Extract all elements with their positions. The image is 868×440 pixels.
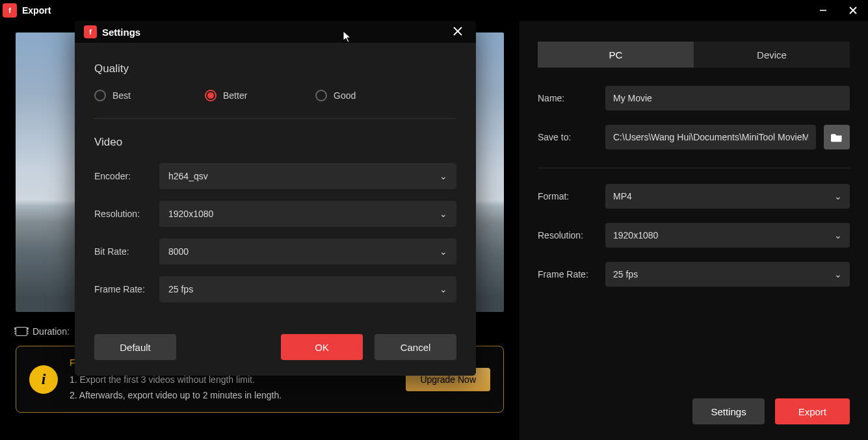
modal-close-button[interactable]	[449, 25, 467, 40]
radio-icon	[205, 90, 217, 101]
modal-resolution-select[interactable]: 1920x1080 ⌄	[159, 201, 456, 227]
name-input[interactable]	[605, 86, 850, 110]
chevron-down-icon: ⌄	[834, 191, 842, 201]
minimize-button[interactable]	[808, 0, 838, 21]
saveto-input[interactable]	[605, 125, 816, 149]
chevron-down-icon: ⌄	[440, 209, 447, 219]
format-value: MP4	[613, 191, 632, 201]
format-select[interactable]: MP4 ⌄	[605, 184, 850, 209]
label-encoder: Encoder:	[94, 171, 159, 181]
chevron-down-icon: ⌄	[440, 171, 447, 181]
modal-framerate-value: 25 fps	[168, 284, 193, 294]
export-tabs: PC Device	[538, 42, 850, 68]
label-resolution: Resolution:	[538, 230, 598, 240]
quality-good[interactable]: Good	[315, 90, 426, 101]
section-quality: Quality	[94, 62, 456, 75]
folder-icon	[831, 133, 843, 142]
chevron-down-icon: ⌄	[834, 230, 842, 240]
radio-icon	[315, 90, 327, 101]
settings-button[interactable]: Settings	[692, 398, 764, 424]
label-saveto: Save to:	[538, 132, 598, 142]
app-icon: f	[84, 25, 97, 38]
chevron-down-icon: ⌄	[440, 284, 447, 294]
info-icon: i	[29, 365, 58, 394]
label-resolution-m: Resolution:	[94, 209, 159, 219]
banner-line2: 2. Afterwards, export video up to 2 minu…	[70, 388, 394, 404]
resolution-value: 1920x1080	[613, 230, 658, 240]
export-button[interactable]: Export	[775, 398, 850, 424]
ok-button[interactable]: OK	[281, 334, 363, 360]
default-button[interactable]: Default	[94, 334, 176, 360]
modal-framerate-select[interactable]: 25 fps ⌄	[159, 276, 456, 302]
settings-modal: f Settings Quality Best Better Good Vide…	[75, 21, 476, 376]
modal-title: Settings	[102, 27, 140, 38]
title-bar: f Export	[0, 0, 868, 21]
film-icon	[16, 327, 27, 336]
app-icon: f	[3, 3, 17, 18]
chevron-down-icon: ⌄	[440, 246, 447, 257]
encoder-select[interactable]: h264_qsv ⌄	[159, 163, 456, 189]
section-video: Video	[94, 136, 456, 149]
resolution-select[interactable]: 1920x1080 ⌄	[605, 223, 850, 248]
cancel-button[interactable]: Cancel	[375, 334, 456, 360]
browse-folder-button[interactable]	[824, 125, 850, 149]
chevron-down-icon: ⌄	[834, 269, 842, 279]
label-name: Name:	[538, 93, 598, 103]
bitrate-value: 8000	[168, 246, 189, 257]
tab-device[interactable]: Device	[694, 42, 850, 68]
label-format: Format:	[538, 191, 598, 201]
close-button[interactable]	[838, 0, 868, 21]
bitrate-select[interactable]: 8000 ⌄	[159, 239, 456, 265]
duration-label: Duration:	[33, 326, 70, 337]
label-framerate: Frame Rate:	[538, 269, 598, 279]
encoder-value: h264_qsv	[168, 171, 208, 181]
quality-better[interactable]: Better	[205, 90, 315, 101]
quality-best[interactable]: Best	[94, 90, 205, 101]
window-title: Export	[22, 5, 51, 16]
label-framerate-m: Frame Rate:	[94, 284, 159, 294]
framerate-value: 25 fps	[613, 269, 638, 279]
tab-pc[interactable]: PC	[538, 42, 694, 68]
framerate-select[interactable]: 25 fps ⌄	[605, 262, 850, 287]
label-bitrate: Bit Rate:	[94, 246, 159, 257]
modal-resolution-value: 1920x1080	[168, 209, 213, 219]
radio-icon	[94, 90, 106, 101]
